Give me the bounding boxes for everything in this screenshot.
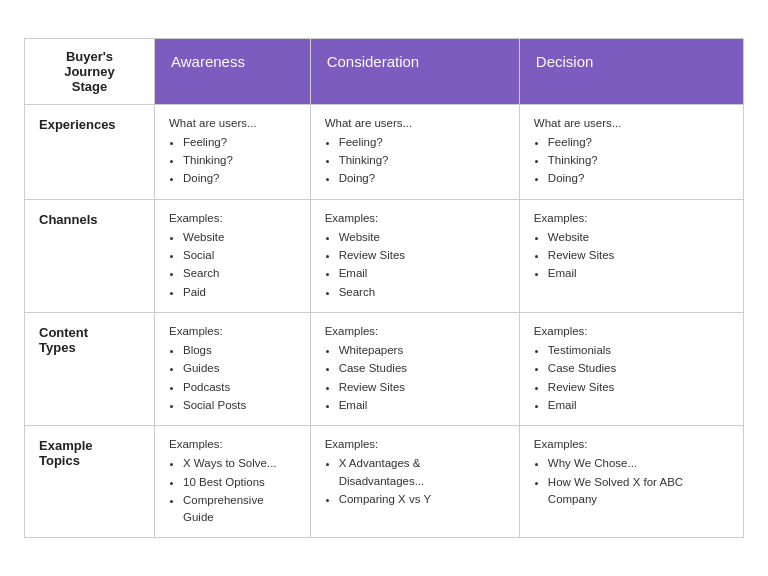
cell-2-1: Examples:WhitepapersCase StudiesReview S… bbox=[310, 312, 519, 425]
list-item: Email bbox=[339, 265, 505, 282]
list-item: Doing? bbox=[183, 170, 296, 187]
list-item: Doing? bbox=[339, 170, 505, 187]
list-item: Whitepapers bbox=[339, 342, 505, 359]
list-item: Testimonials bbox=[548, 342, 729, 359]
cell-intro-1-0: Examples: bbox=[169, 210, 296, 227]
cell-list-3-0: X Ways to Solve...10 Best OptionsCompreh… bbox=[183, 455, 296, 526]
cell-1-1: Examples:WebsiteReview SitesEmailSearch bbox=[310, 199, 519, 312]
cell-0-1: What are users...Feeling?Thinking?Doing? bbox=[310, 104, 519, 199]
list-item: Email bbox=[548, 265, 729, 282]
cell-list-2-2: TestimonialsCase StudiesReview SitesEmai… bbox=[548, 342, 729, 414]
list-item: Comparing X vs Y bbox=[339, 491, 505, 508]
list-item: Website bbox=[339, 229, 505, 246]
table-row: ExperiencesWhat are users...Feeling?Thin… bbox=[25, 104, 744, 199]
cell-list-0-1: Feeling?Thinking?Doing? bbox=[339, 134, 505, 188]
list-item: Doing? bbox=[548, 170, 729, 187]
cell-1-2: Examples:WebsiteReview SitesEmail bbox=[519, 199, 743, 312]
list-item: Case Studies bbox=[339, 360, 505, 377]
list-item: Review Sites bbox=[548, 247, 729, 264]
table-row: Example TopicsExamples:X Ways to Solve..… bbox=[25, 426, 744, 538]
cell-intro-0-1: What are users... bbox=[325, 115, 505, 132]
cell-list-2-1: WhitepapersCase StudiesReview SitesEmail bbox=[339, 342, 505, 414]
list-item: X Advantages & Disadvantages... bbox=[339, 455, 505, 490]
list-item: Paid bbox=[183, 284, 296, 301]
list-item: Comprehensive Guide bbox=[183, 492, 296, 527]
cell-2-2: Examples:TestimonialsCase StudiesReview … bbox=[519, 312, 743, 425]
buyers-journey-stage-label: Buyer's Journey Stage bbox=[64, 49, 115, 94]
list-item: Website bbox=[548, 229, 729, 246]
cell-list-2-0: BlogsGuidesPodcastsSocial Posts bbox=[183, 342, 296, 414]
list-item: Search bbox=[183, 265, 296, 282]
list-item: X Ways to Solve... bbox=[183, 455, 296, 472]
list-item: Case Studies bbox=[548, 360, 729, 377]
list-item: Podcasts bbox=[183, 379, 296, 396]
row-label-3: Example Topics bbox=[25, 426, 155, 538]
cell-0-2: What are users...Feeling?Thinking?Doing? bbox=[519, 104, 743, 199]
awareness-header: Awareness bbox=[155, 38, 311, 104]
cell-intro-1-2: Examples: bbox=[534, 210, 729, 227]
cell-intro-3-2: Examples: bbox=[534, 436, 729, 453]
cell-intro-2-1: Examples: bbox=[325, 323, 505, 340]
cell-intro-0-2: What are users... bbox=[534, 115, 729, 132]
cell-3-0: Examples:X Ways to Solve...10 Best Optio… bbox=[155, 426, 311, 538]
top-left-label: Buyer's Journey Stage bbox=[25, 38, 155, 104]
cell-intro-2-2: Examples: bbox=[534, 323, 729, 340]
list-item: Feeling? bbox=[183, 134, 296, 151]
consideration-header: Consideration bbox=[310, 38, 519, 104]
cell-1-0: Examples:WebsiteSocialSearchPaid bbox=[155, 199, 311, 312]
cell-list-3-1: X Advantages & Disadvantages...Comparing… bbox=[339, 455, 505, 508]
list-item: Thinking? bbox=[183, 152, 296, 169]
cell-intro-3-0: Examples: bbox=[169, 436, 296, 453]
cell-0-0: What are users...Feeling?Thinking?Doing? bbox=[155, 104, 311, 199]
cell-intro-0-0: What are users... bbox=[169, 115, 296, 132]
list-item: Thinking? bbox=[339, 152, 505, 169]
list-item: Search bbox=[339, 284, 505, 301]
list-item: Website bbox=[183, 229, 296, 246]
cell-2-0: Examples:BlogsGuidesPodcastsSocial Posts bbox=[155, 312, 311, 425]
cell-3-2: Examples:Why We Chose...How We Solved X … bbox=[519, 426, 743, 538]
row-label-2: Content Types bbox=[25, 312, 155, 425]
row-label-0: Experiences bbox=[25, 104, 155, 199]
list-item: Social Posts bbox=[183, 397, 296, 414]
list-item: Thinking? bbox=[548, 152, 729, 169]
list-item: Guides bbox=[183, 360, 296, 377]
table-row: ChannelsExamples:WebsiteSocialSearchPaid… bbox=[25, 199, 744, 312]
list-item: Why We Chose... bbox=[548, 455, 729, 472]
decision-header: Decision bbox=[519, 38, 743, 104]
cell-intro-1-1: Examples: bbox=[325, 210, 505, 227]
list-item: Feeling? bbox=[339, 134, 505, 151]
cell-list-0-0: Feeling?Thinking?Doing? bbox=[183, 134, 296, 188]
cell-list-0-2: Feeling?Thinking?Doing? bbox=[548, 134, 729, 188]
list-item: Blogs bbox=[183, 342, 296, 359]
list-item: Social bbox=[183, 247, 296, 264]
list-item: Email bbox=[339, 397, 505, 414]
cell-list-1-1: WebsiteReview SitesEmailSearch bbox=[339, 229, 505, 301]
list-item: Feeling? bbox=[548, 134, 729, 151]
row-label-1: Channels bbox=[25, 199, 155, 312]
cell-intro-2-0: Examples: bbox=[169, 323, 296, 340]
buyers-journey-table: Buyer's Journey Stage Awareness Consider… bbox=[24, 38, 744, 539]
list-item: Review Sites bbox=[339, 247, 505, 264]
list-item: Review Sites bbox=[548, 379, 729, 396]
cell-list-1-2: WebsiteReview SitesEmail bbox=[548, 229, 729, 283]
list-item: 10 Best Options bbox=[183, 474, 296, 491]
cell-list-3-2: Why We Chose...How We Solved X for ABC C… bbox=[548, 455, 729, 508]
cell-intro-3-1: Examples: bbox=[325, 436, 505, 453]
cell-3-1: Examples:X Advantages & Disadvantages...… bbox=[310, 426, 519, 538]
list-item: Review Sites bbox=[339, 379, 505, 396]
cell-list-1-0: WebsiteSocialSearchPaid bbox=[183, 229, 296, 301]
table-row: Content TypesExamples:BlogsGuidesPodcast… bbox=[25, 312, 744, 425]
list-item: How We Solved X for ABC Company bbox=[548, 474, 729, 509]
list-item: Email bbox=[548, 397, 729, 414]
